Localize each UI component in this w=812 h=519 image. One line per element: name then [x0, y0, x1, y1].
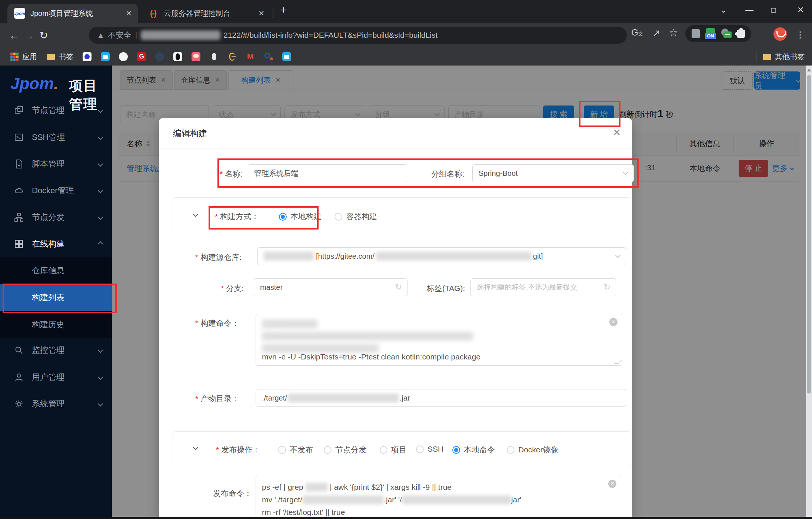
- release-cmd-textarea[interactable]: ps -ef | grep | awk '{print $2}' | xargs…: [256, 476, 621, 519]
- extensions-puzzle-icon[interactable]: [737, 30, 745, 38]
- window-minimize-button[interactable]: —: [745, 5, 753, 15]
- tab-search-icon[interactable]: ⌄: [720, 5, 727, 15]
- apps-label[interactable]: 应用: [22, 52, 37, 62]
- radio-ssh[interactable]: SSH: [416, 445, 443, 453]
- tab-divider: [273, 8, 273, 18]
- radio-container-build[interactable]: 容器构建: [335, 211, 377, 222]
- magnifier-icon: [14, 345, 24, 355]
- leetcode-bookmark-icon[interactable]: [228, 52, 237, 61]
- chevron-down-icon: [98, 375, 103, 380]
- gitee-bookmark-icon[interactable]: G: [137, 52, 146, 61]
- chevron-up-icon: [98, 241, 103, 247]
- tab-close-icon[interactable]: ✕: [126, 9, 132, 18]
- proxy-extension-icon[interactable]: [721, 29, 732, 39]
- scroll-up-icon[interactable]: [807, 68, 811, 71]
- rabbit-bookmark-icon[interactable]: [210, 52, 219, 61]
- not-secure-warning-icon: ▲: [97, 31, 104, 40]
- annotation-box-build-list-menu: [3, 284, 117, 313]
- radio-icon[interactable]: [335, 213, 342, 221]
- translate-icon[interactable]: G文: [629, 27, 645, 42]
- redacted-blur: [264, 252, 314, 261]
- radio-icon[interactable]: [507, 446, 515, 454]
- radio-local-command[interactable]: 本地命令: [452, 445, 495, 455]
- browser-tab-cloud[interactable]: (-) 云服务器管理控制台 ✕: [141, 4, 270, 23]
- release-cmd-line3: rm -rf '/test/log.txt' || true: [262, 508, 345, 517]
- url-bar[interactable]: ▲ 不安全 | 2122/#/build/list-info?wid=DEFAU…: [89, 27, 627, 44]
- reader-extension-icon[interactable]: [692, 29, 700, 38]
- clear-icon[interactable]: ✕: [609, 318, 618, 326]
- other-bookmarks[interactable]: 其他书签: [756, 48, 805, 66]
- apps-grid-icon[interactable]: [10, 53, 19, 61]
- back-icon[interactable]: ←: [7, 30, 21, 41]
- release-cmd-line1: ps -ef | grep | awk '{print $2}' | xargs…: [262, 483, 452, 492]
- sidebar-item-repo-info[interactable]: 仓库信息: [0, 257, 112, 284]
- radio-project[interactable]: 项目: [380, 445, 407, 455]
- share-icon[interactable]: ↗: [649, 27, 664, 42]
- sidebar-item-system-mgmt[interactable]: 系统管理: [0, 391, 112, 417]
- sidebar-item-script-mgmt[interactable]: 脚本管理: [0, 151, 112, 177]
- tag-select[interactable]: 选择构建的标签,不选为最新提交↻: [470, 278, 616, 296]
- browser-tab-jpom[interactable]: Jpom Jpom项目管理系统 ✕: [7, 4, 138, 23]
- reload-icon[interactable]: ↻: [36, 29, 51, 41]
- collapse-chevron-icon[interactable]: [193, 445, 198, 450]
- new-tab-button[interactable]: +: [280, 4, 287, 16]
- window-maximize-button[interactable]: □: [771, 6, 776, 14]
- browser-menu-icon[interactable]: ⋮: [796, 30, 805, 40]
- sidebar-item-user-mgmt[interactable]: 用户管理: [0, 364, 112, 391]
- baidu-bookmark-icon[interactable]: [83, 52, 91, 61]
- radio-selected-icon[interactable]: [452, 446, 460, 454]
- refresh-icon[interactable]: ↻: [604, 282, 610, 292]
- bilibili2-bookmark-icon[interactable]: [282, 52, 291, 61]
- clear-icon[interactable]: ✕: [608, 480, 616, 488]
- radio-icon[interactable]: [278, 446, 286, 454]
- tab-close-icon[interactable]: ✕: [258, 9, 264, 18]
- github-bookmark-icon[interactable]: [119, 52, 128, 61]
- extensions-pill: ON: [685, 25, 751, 42]
- tag-label: 标签(TAG):: [427, 283, 465, 294]
- sidebar-item-docker-mgmt[interactable]: Docker管理: [0, 177, 112, 204]
- profile-avatar[interactable]: [773, 27, 787, 41]
- build-cmd-textarea[interactable]: mvn -e -U -DskipTests=true -Ptest clean …: [256, 314, 622, 366]
- hierarchy-icon: [14, 212, 24, 222]
- modal-close-icon[interactable]: ✕: [613, 127, 621, 138]
- penguin-bookmark-icon[interactable]: [173, 52, 182, 61]
- anime-bookmark-icon[interactable]: [192, 52, 200, 61]
- radio-icon[interactable]: [416, 445, 424, 453]
- resize-handle[interactable]: [614, 359, 622, 364]
- window-close-button[interactable]: ✕: [797, 5, 804, 15]
- radio-icon[interactable]: [324, 446, 332, 454]
- build-cmd-visible-line: mvn -e -U -DskipTests=true -Ptest clean …: [262, 352, 480, 361]
- sidebar-item-node-dispatch[interactable]: 节点分发: [0, 204, 112, 231]
- redacted-blur: [262, 319, 317, 328]
- bookmark-star-icon[interactable]: ☆: [666, 27, 681, 41]
- radio-icon[interactable]: [380, 446, 387, 454]
- docker-bookmark-icon[interactable]: [155, 52, 164, 61]
- page-scrollbar[interactable]: [806, 66, 812, 519]
- bookmarks-label[interactable]: 书签: [59, 52, 73, 62]
- repo-select[interactable]: [https://gitee.com/ git]: [257, 247, 626, 265]
- branch-select[interactable]: master↻: [254, 278, 407, 296]
- radio-docker-image[interactable]: Docker镜像: [507, 445, 559, 455]
- bookmark-folder-icon[interactable]: [47, 54, 55, 60]
- sidebar-item-build-history[interactable]: 构建历史: [0, 311, 112, 338]
- sidebar-item-online-build[interactable]: 在线构建: [0, 231, 112, 257]
- forward-icon[interactable]: →: [21, 30, 36, 41]
- release-label: *发布操作：: [216, 445, 260, 455]
- blue-ring-bookmark-icon[interactable]: [264, 52, 273, 61]
- build-grid-icon: [14, 239, 24, 249]
- sidebar-item-ssh-mgmt[interactable]: SSH管理: [0, 124, 112, 151]
- bilibili-bookmark-icon[interactable]: [101, 52, 110, 61]
- collapse-chevron-icon[interactable]: [193, 212, 198, 217]
- sidebar-item-node-mgmt[interactable]: 节点管理: [0, 97, 112, 124]
- other-bookmarks-folder-icon: [763, 54, 771, 60]
- radio-node-dispatch[interactable]: 节点分发: [324, 445, 366, 455]
- scrollbar-thumb[interactable]: [807, 75, 811, 394]
- refresh-icon[interactable]: ↻: [395, 282, 402, 292]
- nodes-icon: [14, 106, 24, 115]
- radio-no-release[interactable]: 不发布: [278, 445, 313, 455]
- artifact-input[interactable]: ./target/ .jar: [256, 389, 626, 407]
- on-switch-extension-icon[interactable]: ON: [705, 28, 716, 39]
- jpom-favicon-icon: Jpom: [14, 8, 25, 19]
- gmail-bookmark-icon[interactable]: M: [246, 52, 255, 61]
- sidebar-item-monitor-mgmt[interactable]: 监控管理: [0, 337, 112, 364]
